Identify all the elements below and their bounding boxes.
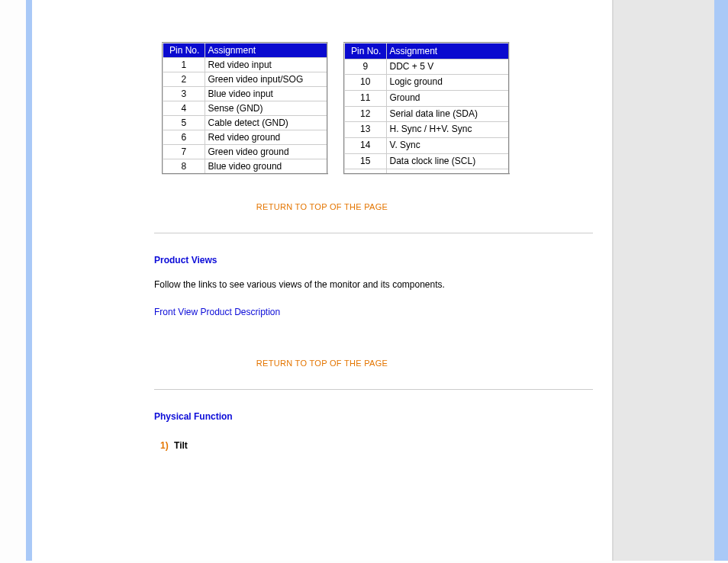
pin-table-left: Pin No. Assignment 1Red video input 2Gre…	[162, 42, 328, 175]
cell-assign: Ground	[386, 91, 509, 107]
table-row: 12Serial data line (SDA)	[344, 106, 509, 122]
cell-assign: Red video input	[205, 58, 327, 72]
cell-pin: 4	[163, 101, 205, 116]
decor-gray-line	[612, 0, 614, 561]
table-row: 8Blue video ground	[163, 159, 327, 175]
cell-assign: Green video ground	[205, 145, 327, 159]
table-row: 2Green video input/SOG	[163, 72, 327, 87]
header-assignment: Assignment	[386, 43, 509, 59]
decor-blue-right	[714, 0, 728, 561]
cell-pin: 8	[163, 159, 205, 175]
pin-tables-wrap: Pin No. Assignment 1Red video input 2Gre…	[32, 0, 612, 175]
table-row: 5Cable detect (GND)	[163, 116, 327, 130]
cell-pin: 10	[344, 75, 386, 91]
cell-assign: Red video ground	[205, 130, 327, 145]
product-views-body: Follow the links to see various views of…	[154, 279, 612, 290]
cell-assign: Sense (GND)	[205, 101, 327, 116]
header-pin: Pin No.	[344, 43, 386, 59]
table-row: 9DDC + 5 V	[344, 59, 509, 75]
page-outer: Pin No. Assignment 1Red video input 2Gre…	[0, 0, 728, 563]
cell-pin: 1	[163, 58, 205, 72]
physical-function-heading: Physical Function	[154, 411, 612, 422]
cell-pin: 15	[344, 153, 386, 169]
cell-pin: 6	[163, 130, 205, 145]
cell-assign: V. Sync	[386, 138, 509, 154]
return-to-top-link[interactable]: RETURN TO TOP OF THE PAGE	[32, 202, 612, 211]
product-views-heading: Product Views	[154, 255, 612, 265]
cell-assign: Green video input/SOG	[205, 72, 327, 87]
table-row: 6Red video ground	[163, 130, 327, 145]
cell-assign: H. Sync / H+V. Sync	[386, 122, 509, 138]
header-pin: Pin No.	[163, 43, 205, 58]
table-row	[344, 169, 509, 174]
cell-assign: Data clock line (SCL)	[386, 153, 509, 169]
cell-pin: 3	[163, 87, 205, 101]
cell-assign: Cable detect (GND)	[205, 116, 327, 130]
table-row: 11Ground	[344, 91, 509, 107]
decor-blue-left	[26, 0, 32, 561]
cell-assign: Blue video input	[205, 87, 327, 101]
table-header-row: Pin No. Assignment	[344, 43, 509, 59]
cell-assign: Logic ground	[386, 75, 509, 91]
cell-pin: 13	[344, 122, 386, 138]
cell-pin: 9	[344, 59, 386, 75]
table-row: 10Logic ground	[344, 75, 509, 91]
cell-pin	[344, 169, 386, 174]
cell-assign: DDC + 5 V	[386, 59, 509, 75]
table-row: 7Green video ground	[163, 145, 327, 159]
tilt-number: 1)	[160, 440, 169, 451]
front-view-link[interactable]: Front View Product Description	[154, 307, 280, 317]
content-area: Pin No. Assignment 1Red video input 2Gre…	[32, 0, 612, 561]
cell-assign: Serial data line (SDA)	[386, 106, 509, 122]
cell-pin: 5	[163, 116, 205, 130]
table-row: 3Blue video input	[163, 87, 327, 101]
cell-assign: Blue video ground	[205, 159, 327, 175]
table-header-row: Pin No. Assignment	[163, 43, 327, 58]
tilt-item: 1) Tilt	[160, 440, 612, 451]
table-row: 4Sense (GND)	[163, 101, 327, 116]
return-to-top-link[interactable]: RETURN TO TOP OF THE PAGE	[32, 359, 612, 368]
cell-pin: 12	[344, 106, 386, 122]
decor-gray-right	[612, 0, 714, 561]
cell-pin: 7	[163, 145, 205, 159]
divider	[154, 233, 593, 233]
cell-pin: 14	[344, 138, 386, 154]
divider	[154, 389, 593, 390]
header-assignment: Assignment	[205, 43, 327, 58]
tilt-label: Tilt	[174, 440, 188, 451]
table-row: 14V. Sync	[344, 138, 509, 154]
cell-pin: 2	[163, 72, 205, 87]
table-row: 15Data clock line (SCL)	[344, 153, 509, 169]
cell-pin: 11	[344, 91, 386, 107]
cell-assign	[386, 169, 509, 174]
table-row: 1Red video input	[163, 58, 327, 72]
table-row: 13H. Sync / H+V. Sync	[344, 122, 509, 138]
pin-table-right: Pin No. Assignment 9DDC + 5 V 10Logic gr…	[343, 42, 510, 175]
